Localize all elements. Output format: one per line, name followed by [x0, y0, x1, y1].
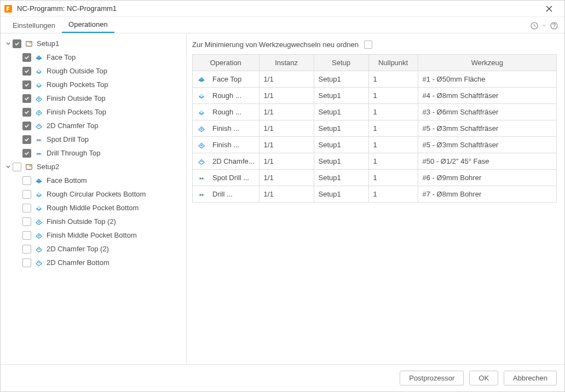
cell-instance: 1/1 — [259, 170, 314, 186]
folder-icon — [25, 163, 33, 171]
operations-tree[interactable]: Setup1Face TopRough Outside TopRough Poc… — [1, 33, 187, 364]
operation-checkbox[interactable] — [22, 217, 31, 226]
cancel-button[interactable]: Abbrechen — [504, 371, 557, 385]
svg-rect-11 — [38, 84, 40, 86]
chamfer-op-icon — [197, 157, 206, 166]
svg-point-3 — [554, 27, 554, 28]
operation-row[interactable]: Finish Middle Pocket Bottom — [3, 228, 184, 242]
operation-checkbox[interactable] — [22, 258, 31, 267]
operation-row[interactable]: Finish Pockets Top — [3, 105, 184, 119]
operation-row[interactable]: Drill Through Top — [3, 146, 184, 160]
folder-icon — [25, 39, 33, 48]
window-close-button[interactable] — [537, 1, 561, 16]
help-icon[interactable] — [549, 21, 559, 31]
finish-op-icon — [34, 217, 43, 226]
setup-row[interactable]: Setup1 — [3, 37, 184, 50]
reorder-checkbox[interactable] — [364, 41, 372, 49]
svg-rect-51 — [199, 194, 205, 196]
cell-tool: #3 - Ø6mm Schaftfräser — [418, 104, 556, 120]
svg-marker-36 — [36, 261, 42, 266]
operation-row[interactable]: Face Bottom — [3, 174, 184, 187]
svg-rect-9 — [38, 70, 40, 72]
operation-checkbox[interactable] — [22, 67, 31, 76]
operation-row[interactable]: Rough Middle Pocket Bottom — [3, 201, 184, 215]
operation-label: Rough Middle Pocket Bottom — [47, 204, 139, 212]
tab-settings[interactable]: Einstellungen — [6, 18, 62, 33]
column-header-instance[interactable]: Instanz — [259, 55, 314, 71]
caret-icon[interactable] — [5, 41, 11, 47]
table-row[interactable]: Rough ...1/1Setup11#3 - Ø6mm Schaftfräse… — [193, 104, 557, 120]
app-icon — [4, 4, 13, 13]
cell-instance: 1/1 — [259, 88, 314, 104]
cell-wcs: 1 — [368, 104, 418, 120]
operation-row[interactable]: Face Top — [3, 50, 184, 64]
operation-row[interactable]: Rough Pockets Top — [3, 78, 184, 91]
finish-op-icon — [34, 94, 43, 103]
cell-wcs: 1 — [368, 137, 418, 153]
operation-checkbox[interactable] — [22, 53, 31, 62]
svg-point-19 — [39, 139, 41, 140]
setup-label: Setup2 — [37, 163, 59, 171]
operation-row[interactable]: 2D Chamfer Bottom — [3, 256, 184, 269]
cell-wcs: 1 — [368, 88, 418, 104]
rough-op-icon — [197, 91, 206, 100]
caret-icon[interactable] — [5, 164, 11, 170]
dialog-footer: Postprozessor OK Abbrechen — [1, 364, 564, 391]
post-processor-button[interactable]: Postprozessor — [400, 371, 464, 385]
operation-row[interactable]: Rough Outside Top — [3, 64, 184, 78]
operation-checkbox[interactable] — [22, 190, 31, 199]
cell-instance: 1/1 — [259, 137, 314, 153]
column-header-tool[interactable]: Werkzeug — [418, 55, 556, 71]
setup-row[interactable]: Setup2 — [3, 160, 184, 174]
setup-checkbox[interactable] — [13, 163, 21, 171]
operation-label: Finish Middle Pocket Bottom — [47, 231, 137, 239]
operation-checkbox[interactable] — [22, 176, 31, 185]
setup-checkbox[interactable] — [13, 39, 21, 48]
operation-row[interactable]: Rough Circular Pockets Bottom — [3, 187, 184, 201]
cell-operation: Rough ... — [212, 108, 241, 116]
operations-table: Operation Instanz Setup Nullpunkt Werkze… — [192, 54, 557, 203]
history-icon[interactable] — [529, 21, 539, 31]
operation-checkbox[interactable] — [22, 80, 31, 89]
rough-op-icon — [34, 67, 43, 76]
chamfer-op-icon — [34, 122, 43, 130]
operation-label: 2D Chamfer Top — [47, 122, 98, 130]
operation-checkbox[interactable] — [22, 149, 31, 158]
operation-checkbox[interactable] — [22, 135, 31, 144]
cell-setup: Setup1 — [314, 137, 368, 153]
ok-button[interactable]: OK — [469, 371, 498, 385]
table-row[interactable]: Finish ...1/1Setup11#5 - Ø3mm Schaftfräs… — [193, 120, 557, 137]
column-header-wcs[interactable]: Nullpunkt — [368, 55, 418, 71]
table-row[interactable]: Rough ...1/1Setup11#4 - Ø8mm Schaftfräse… — [193, 88, 557, 104]
operation-row[interactable]: 2D Chamfer Top — [3, 119, 184, 132]
operation-checkbox[interactable] — [22, 94, 31, 103]
operation-checkbox[interactable] — [22, 204, 31, 212]
drill-op-icon — [34, 149, 43, 158]
cell-wcs: 1 — [368, 71, 418, 88]
operation-checkbox[interactable] — [22, 245, 31, 253]
cell-operation: Face Top — [212, 75, 241, 83]
tab-operations[interactable]: Operationen — [62, 17, 114, 33]
svg-marker-16 — [36, 124, 42, 129]
operation-checkbox[interactable] — [22, 122, 31, 130]
cell-wcs: 1 — [368, 170, 418, 186]
column-header-setup[interactable]: Setup — [314, 55, 368, 71]
dropdown-caret-icon[interactable] — [543, 21, 546, 31]
operation-checkbox[interactable] — [22, 231, 31, 240]
cell-wcs: 1 — [368, 120, 418, 137]
operation-row[interactable]: Finish Outside Top — [3, 91, 184, 105]
svg-point-53 — [202, 194, 203, 195]
operation-row[interactable]: Spot Drill Top — [3, 132, 184, 146]
operation-row[interactable]: Finish Outside Top (2) — [3, 215, 184, 228]
table-row[interactable]: Face Top1/1Setup11#1 - Ø50mm Fläche — [193, 71, 557, 88]
column-header-operation[interactable]: Operation — [193, 55, 260, 71]
table-row[interactable]: Finish ...1/1Setup11#5 - Ø3mm Schaftfräs… — [193, 137, 557, 153]
drill-op-icon — [34, 135, 43, 144]
chamfer-op-icon — [34, 245, 43, 253]
operation-row[interactable]: 2D Chamfer Top (2) — [3, 242, 184, 256]
table-row[interactable]: 2D Chamfe...1/1Setup11#50 - Ø1/2" 45° Fa… — [193, 153, 557, 170]
operation-checkbox[interactable] — [22, 108, 31, 117]
table-row[interactable]: Drill ...1/1Setup11#7 - Ø8mm Bohrer — [193, 186, 557, 203]
cell-operation: Finish ... — [212, 124, 239, 132]
table-row[interactable]: Spot Drill ...1/1Setup11#6 - Ø9mm Bohrer — [193, 170, 557, 186]
